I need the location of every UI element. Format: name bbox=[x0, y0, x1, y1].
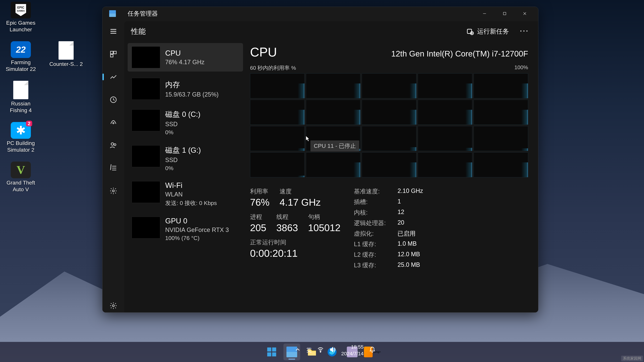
cpu-thumbnail bbox=[132, 46, 160, 68]
chart-label-left: 60 秒内的利用率 % bbox=[250, 64, 296, 72]
run-task-icon bbox=[466, 28, 474, 35]
performance-sidebar: CPU76% 4.17 GHz 内存15.9/63.7 GB (25%) 磁盘 … bbox=[124, 41, 245, 312]
maximize-button[interactable] bbox=[494, 8, 515, 18]
desktop-icon-pcbs2[interactable]: 2 PC Building Simulator 2 bbox=[2, 122, 39, 153]
file-icon bbox=[13, 81, 28, 99]
svg-point-14 bbox=[111, 143, 114, 145]
desktop-icons: EPICGAMES Epic Games Launcher 22 Farming… bbox=[2, 2, 84, 193]
svg-rect-3 bbox=[503, 12, 506, 15]
pcbs-icon: 2 bbox=[11, 122, 31, 139]
desktop-icon-rf4[interactable]: Russian Fishing 4 bbox=[2, 81, 39, 114]
util-value: 76% bbox=[250, 197, 270, 208]
nav-services[interactable] bbox=[107, 184, 120, 198]
svg-rect-31 bbox=[267, 348, 271, 352]
svg-point-22 bbox=[112, 190, 114, 192]
desktop-icon-label: Grand Theft Auto V bbox=[2, 179, 39, 193]
sidebar-item-gpu-0[interactable]: GPU 0NVIDIA GeForce RTX 3100% (76 °C) bbox=[128, 213, 243, 245]
disk-thumbnail bbox=[132, 109, 160, 131]
desktop-icon-label: Farming Simulator 22 bbox=[2, 59, 39, 72]
memory-thumbnail bbox=[132, 78, 160, 100]
window-title: 任务管理器 bbox=[128, 9, 474, 18]
svg-rect-11 bbox=[110, 54, 113, 57]
taskbar[interactable]: using> 英 18:55 2024/7/14 系统家园网 const dat… bbox=[0, 342, 644, 362]
threads-label: 线程 bbox=[276, 213, 298, 221]
fs22-icon: 22 bbox=[11, 41, 31, 58]
nav-users[interactable] bbox=[107, 139, 120, 152]
svg-point-30 bbox=[526, 30, 528, 32]
svg-line-20 bbox=[110, 164, 111, 170]
cpu-heading: CPU bbox=[250, 45, 277, 59]
sidebar-item-wifi[interactable]: Wi-FiWLAN发送: 0 接收: 0 Kbps bbox=[128, 178, 243, 210]
sidebar-item-disk-1[interactable]: 磁盘 1 (G:)SSD0% bbox=[128, 142, 243, 175]
uptime-label: 正常运行时间 bbox=[250, 238, 340, 247]
notifications-icon[interactable] bbox=[369, 346, 376, 354]
cpu-specs-table: 基准速度:2.10 GHz 插槽:1 内核:12 逻辑处理器:20 虚拟化:已启… bbox=[354, 187, 423, 270]
svg-rect-33 bbox=[267, 353, 271, 357]
task-manager-window: 任务管理器 性能 运行新任务 bbox=[102, 7, 538, 313]
svg-point-28 bbox=[520, 30, 522, 32]
nav-hamburger[interactable] bbox=[107, 25, 120, 38]
svg-point-15 bbox=[114, 144, 116, 146]
processes-value: 205 bbox=[250, 222, 266, 233]
volume-icon[interactable] bbox=[329, 346, 336, 354]
start-button[interactable] bbox=[263, 344, 280, 360]
desktop-icon-label: Counter-S... 2 bbox=[49, 61, 83, 67]
file-icon bbox=[58, 41, 74, 60]
nav-startup[interactable] bbox=[107, 116, 120, 129]
svg-rect-32 bbox=[272, 348, 276, 352]
sidebar-item-memory[interactable]: 内存15.9/63.7 GB (25%) bbox=[128, 75, 243, 103]
cpu-core-grid[interactable]: CPU 11 - 已停止 bbox=[250, 73, 528, 177]
handles-label: 句柄 bbox=[308, 213, 340, 221]
windows-logo-icon bbox=[266, 347, 277, 357]
svg-point-13 bbox=[113, 122, 114, 124]
nav-app-history[interactable] bbox=[107, 93, 120, 106]
more-icon bbox=[520, 30, 528, 32]
desktop-icon-cs2[interactable]: Counter-S... 2 bbox=[48, 41, 84, 72]
wifi-icon[interactable] bbox=[317, 346, 324, 354]
threads-value: 3863 bbox=[276, 222, 298, 233]
svg-point-23 bbox=[112, 305, 114, 307]
disk-thumbnail bbox=[132, 145, 160, 167]
gtav-icon: V bbox=[11, 162, 31, 178]
chart-label-right: 100% bbox=[514, 64, 528, 72]
wifi-thumbnail bbox=[132, 181, 160, 203]
desktop-icon-label: Russian Fishing 4 bbox=[2, 100, 39, 114]
topbar: 性能 运行新任务 bbox=[124, 21, 538, 41]
desktop-icon-gtav[interactable]: V Grand Theft Auto V bbox=[2, 162, 39, 193]
tray-chevron-up-icon[interactable] bbox=[294, 346, 301, 354]
nav-rail bbox=[102, 20, 124, 312]
epic-logo-icon: EPICGAMES bbox=[11, 2, 31, 18]
minimize-button[interactable] bbox=[474, 8, 494, 18]
svg-rect-24 bbox=[468, 29, 472, 33]
svg-point-29 bbox=[524, 30, 524, 32]
sidebar-item-disk-0[interactable]: 磁盘 0 (C:)SSD0% bbox=[128, 106, 243, 139]
run-new-task-button[interactable]: 运行新任务 bbox=[462, 25, 513, 38]
time: 18:55 bbox=[341, 344, 364, 350]
speed-label: 速度 bbox=[280, 187, 321, 196]
nav-performance[interactable] bbox=[107, 70, 120, 84]
svg-text:EPIC: EPIC bbox=[17, 6, 24, 9]
nav-details[interactable] bbox=[107, 161, 120, 175]
cpu-core-tooltip: CPU 11 - 已停止 bbox=[310, 140, 359, 151]
nav-processes[interactable] bbox=[107, 47, 120, 61]
date: 2024/7/14 bbox=[341, 350, 364, 357]
svg-rect-34 bbox=[272, 353, 276, 357]
gpu-thumbnail bbox=[132, 217, 160, 239]
cursor-icon bbox=[306, 135, 310, 142]
nav-settings[interactable] bbox=[107, 299, 120, 312]
close-button[interactable] bbox=[515, 8, 535, 18]
clock[interactable]: 18:55 2024/7/14 bbox=[341, 344, 364, 357]
sidebar-item-cpu[interactable]: CPU76% 4.17 GHz bbox=[128, 43, 243, 71]
cpu-model: 12th Gen Intel(R) Core(TM) i7-12700F bbox=[391, 49, 528, 58]
ime-indicator[interactable]: 英 bbox=[306, 347, 312, 354]
util-label: 利用率 bbox=[250, 187, 270, 196]
desktop-icon-fs22[interactable]: 22 Farming Simulator 22 bbox=[2, 41, 39, 72]
desktop-icon-label: Epic Games Launcher bbox=[2, 19, 39, 33]
desktop-icon-label: PC Building Simulator 2 bbox=[2, 140, 39, 153]
processes-label: 进程 bbox=[250, 213, 266, 221]
uptime-value: 0:00:20:11 bbox=[250, 248, 340, 259]
desktop-icon-epic[interactable]: EPICGAMES Epic Games Launcher bbox=[2, 2, 39, 33]
titlebar[interactable]: 任务管理器 bbox=[102, 7, 538, 20]
more-button[interactable] bbox=[516, 28, 532, 35]
page-title: 性能 bbox=[131, 26, 146, 36]
